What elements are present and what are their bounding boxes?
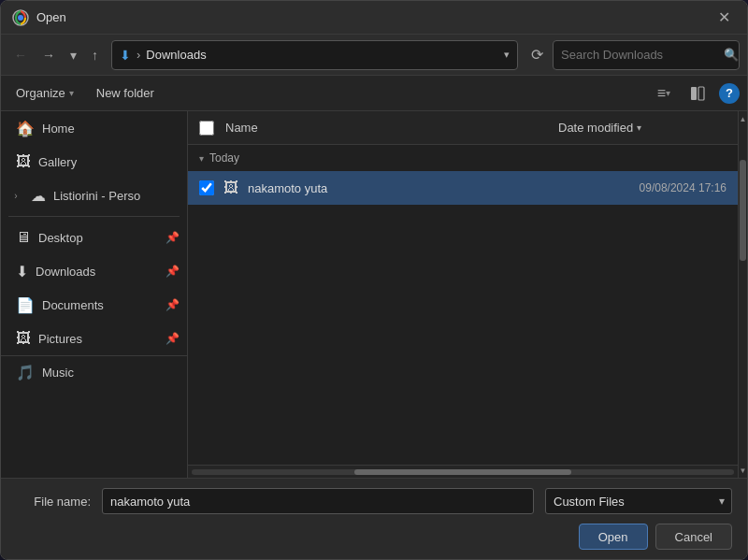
help-button[interactable]: ? <box>719 83 740 104</box>
today-group-header: ▾ Today <box>188 145 738 171</box>
pane-button[interactable] <box>683 81 712 106</box>
address-chevron[interactable]: ▾ <box>504 49 510 61</box>
desktop-pin-icon: 📌 <box>165 231 180 244</box>
file-list[interactable]: ▾ Today 🖼 nakamoto yuta 09/08/2024 17:16 <box>188 145 738 465</box>
pane-icon <box>689 85 706 102</box>
main-content: 🏠 Home 🖼 Gallery › ☁ Listiorini - Perso … <box>1 111 747 478</box>
select-all-checkbox[interactable] <box>199 121 214 136</box>
cancel-button[interactable]: Cancel <box>655 524 732 550</box>
file-date-nakamoto: 09/08/2024 17:16 <box>558 181 726 194</box>
file-area: Name Date modified ▾ ▾ Today <box>188 111 738 478</box>
search-icon: 🔍 <box>724 48 739 62</box>
sidebar-item-downloads[interactable]: ⬇ Downloads 📌 <box>1 254 187 288</box>
documents-pin-icon: 📌 <box>165 298 180 311</box>
sort-icon: ▾ <box>637 122 641 133</box>
filetype-select[interactable]: Custom Files <box>545 488 732 514</box>
back-button[interactable]: ← <box>8 44 33 66</box>
vscroll-track[interactable] <box>739 126 747 463</box>
filetype-select-wrapper[interactable]: Custom Files <box>545 488 732 514</box>
search-input[interactable] <box>561 48 718 62</box>
svg-rect-3 <box>698 87 704 100</box>
vscroll-thumb[interactable] <box>740 160 746 261</box>
up-button[interactable]: ↑ <box>86 44 104 66</box>
pictures-icon: 🖼 <box>16 330 31 347</box>
file-list-header: Name Date modified ▾ <box>188 111 738 145</box>
sidebar-divider-1 <box>8 216 180 217</box>
file-checkbox-nakamoto[interactable] <box>199 180 214 195</box>
horizontal-scrollbar[interactable] <box>188 465 738 478</box>
music-icon: 🎵 <box>16 364 35 381</box>
dropdown-button[interactable]: ▾ <box>65 44 82 66</box>
refresh-button[interactable]: ⟳ <box>525 42 549 67</box>
address-separator: › <box>137 48 140 62</box>
sidebar-item-listiorini[interactable]: › ☁ Listiorini - Perso <box>1 179 187 212</box>
sidebar-item-desktop[interactable]: 🖥 Desktop 📌 <box>1 221 187 254</box>
date-column-header[interactable]: Date modified ▾ <box>558 121 726 135</box>
svg-rect-2 <box>691 87 697 100</box>
titlebar: Open ✕ <box>1 1 747 35</box>
search-box[interactable]: 🔍 <box>553 40 740 70</box>
bottom-bar: File name: Custom Files Open Cancel <box>1 478 747 559</box>
vscroll-down-button[interactable]: ▼ <box>739 463 747 478</box>
name-column-header[interactable]: Name <box>225 121 558 135</box>
new-folder-button[interactable]: New folder <box>89 82 162 104</box>
file-icon-nakamoto: 🖼 <box>222 179 240 196</box>
actions-row: Open Cancel <box>16 524 732 550</box>
vertical-scrollbar[interactable]: ▲ ▼ <box>738 111 747 478</box>
toolbar: Organize ▾ New folder ≡ ▾ ? <box>1 76 747 111</box>
navbar: ← → ▾ ↑ ⬇ › Downloads ▾ ⟳ 🔍 <box>1 35 747 76</box>
sidebar-item-gallery[interactable]: 🖼 Gallery <box>1 145 187 179</box>
dialog-title: Open <box>36 10 712 24</box>
cloud-icon: ☁ <box>31 187 46 205</box>
sidebar: 🏠 Home 🖼 Gallery › ☁ Listiorini - Perso … <box>1 111 188 478</box>
organize-button[interactable]: Organize ▾ <box>8 82 81 104</box>
home-icon: 🏠 <box>16 120 35 137</box>
vscroll-up-button[interactable]: ▲ <box>739 111 747 126</box>
downloads-pin-icon: 📌 <box>165 265 180 278</box>
sidebar-item-home[interactable]: 🏠 Home <box>1 111 187 145</box>
filename-label: File name: <box>16 495 91 509</box>
close-button[interactable]: ✕ <box>712 7 736 28</box>
hscroll-track[interactable] <box>192 469 734 475</box>
address-bar[interactable]: ⬇ › Downloads ▾ <box>111 40 518 70</box>
downloads-icon: ⬇ <box>16 263 28 280</box>
file-name-nakamoto: nakamoto yuta <box>248 181 551 195</box>
filename-input[interactable] <box>102 488 534 514</box>
file-row-nakamoto[interactable]: 🖼 nakamoto yuta 09/08/2024 17:16 <box>188 171 738 205</box>
forward-button[interactable]: → <box>36 44 61 66</box>
view-button[interactable]: ≡ ▾ <box>652 81 676 106</box>
svg-point-1 <box>18 15 23 21</box>
documents-icon: 📄 <box>16 296 35 314</box>
sidebar-item-pictures[interactable]: 🖼 Pictures 📌 <box>1 322 187 355</box>
gallery-icon: 🖼 <box>16 153 31 170</box>
sidebar-item-music[interactable]: 🎵 Music <box>1 355 187 389</box>
filename-row: File name: Custom Files <box>16 488 732 514</box>
chrome-icon <box>12 9 29 26</box>
pictures-pin-icon: 📌 <box>165 332 180 345</box>
hscroll-thumb[interactable] <box>354 469 571 475</box>
address-icon: ⬇ <box>120 48 131 63</box>
address-text: Downloads <box>146 48 498 62</box>
expand-icon[interactable]: › <box>8 188 23 203</box>
open-dialog: Open ✕ ← → ▾ ↑ ⬇ › Downloads ▾ ⟳ 🔍 Organ… <box>0 0 748 560</box>
sidebar-item-documents[interactable]: 📄 Documents 📌 <box>1 288 187 322</box>
group-chevron-icon[interactable]: ▾ <box>199 153 204 164</box>
open-button[interactable]: Open <box>579 524 648 550</box>
desktop-icon: 🖥 <box>16 229 31 246</box>
